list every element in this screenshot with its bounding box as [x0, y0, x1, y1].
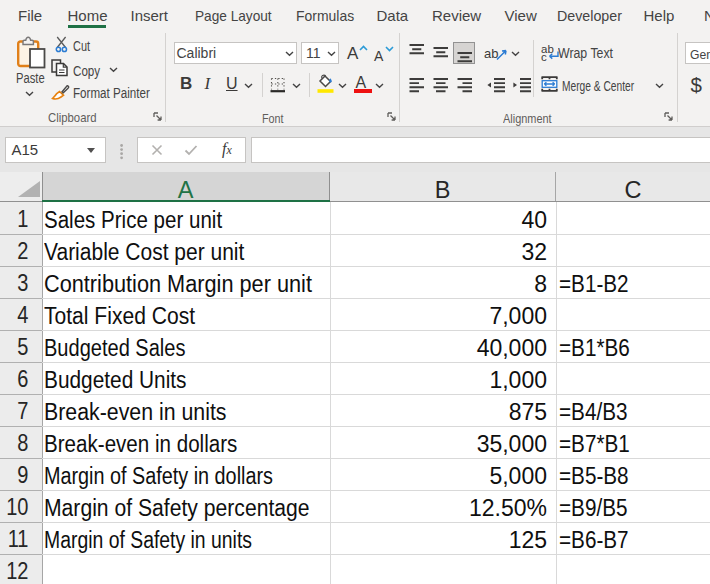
svg-text:c: c — [541, 51, 547, 63]
svg-text:ab: ab — [484, 46, 498, 61]
